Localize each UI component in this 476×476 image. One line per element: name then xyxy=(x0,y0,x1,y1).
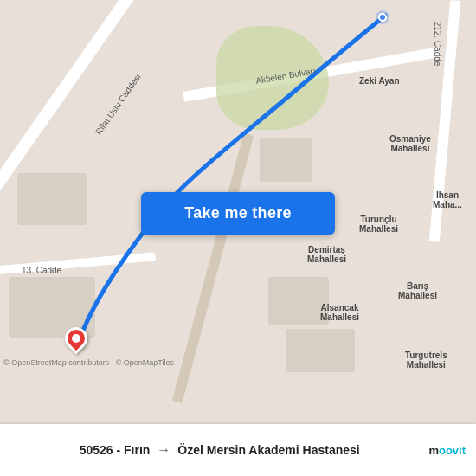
take-me-there-button[interactable]: Take me there xyxy=(141,192,335,235)
block-3 xyxy=(260,138,312,182)
place-baris: BarışMahallesi xyxy=(398,281,437,300)
place-turunclu: TurunçluMahallesi xyxy=(359,215,398,234)
label-13-cadde: 13. Cadde xyxy=(22,266,61,275)
block-5 xyxy=(286,329,355,372)
place-osmaniye: OsmaniyeMahallesi xyxy=(389,134,431,153)
place-alsancak: AlsancakMahallesi xyxy=(320,303,359,322)
route-from: 50526 - Fırın xyxy=(80,443,151,457)
destination-marker xyxy=(376,10,389,24)
route-arrow-icon: → xyxy=(157,442,170,458)
moovit-logo: moovit xyxy=(428,444,466,457)
place-demirtas: DemirtaşMahallesi xyxy=(307,245,346,264)
route-info: 50526 - Fırın → Özel Mersin Akademi Hast… xyxy=(10,442,428,458)
route-to: Özel Mersin Akademi Hastanesi xyxy=(177,443,359,457)
place-turgutreIs: TurgutreİsMahallesi xyxy=(405,351,447,370)
origin-marker xyxy=(65,327,87,355)
block-1 xyxy=(17,173,87,225)
place-ihsan: İhsanMaha... xyxy=(433,190,462,209)
osm-attribution: © OpenStreetMap contributors · © OpenMap… xyxy=(3,358,174,367)
bottom-bar: 50526 - Fırın → Özel Mersin Akademi Hast… xyxy=(0,424,476,476)
place-zeki-ayan: Zeki Ayan xyxy=(359,76,400,86)
label-212-cadde: 212. Cadde xyxy=(434,22,443,67)
map-container: Rifat Uslu Caddesi Akbelen Bulvarı 212. … xyxy=(0,0,476,424)
